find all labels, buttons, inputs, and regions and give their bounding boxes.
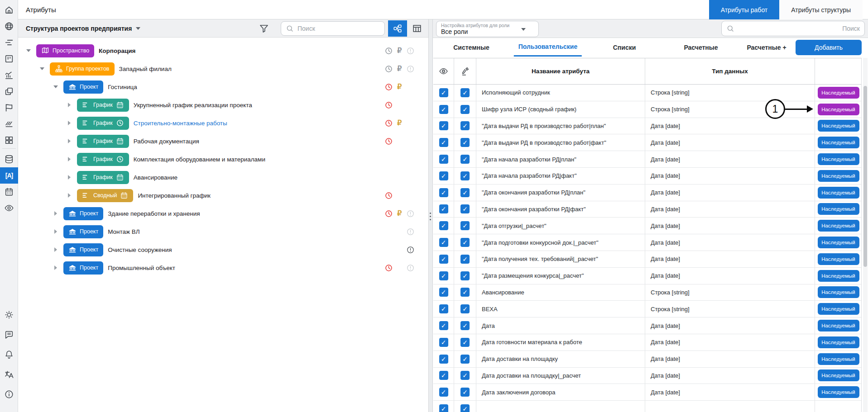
add-attribute-button[interactable]: Добавить bbox=[796, 40, 862, 55]
visibility-checkbox[interactable]: ✓ bbox=[439, 371, 448, 380]
top-tab-2[interactable]: Атрибуты структуры bbox=[779, 0, 863, 19]
attribute-name[interactable]: "Дата выдачи РД в производство работ|фак… bbox=[476, 134, 645, 151]
edit-checkbox[interactable]: ✓ bbox=[460, 105, 470, 114]
rail-database-icon[interactable] bbox=[0, 151, 18, 167]
tree-node[interactable]: ГрафикРабочая документация bbox=[18, 132, 428, 150]
attr-tab-5[interactable]: Расчетные + bbox=[742, 38, 791, 57]
edit-checkbox[interactable]: ✓ bbox=[460, 221, 470, 230]
node-name[interactable]: Строительно-монтажные работы bbox=[134, 120, 227, 127]
attr-tab-2[interactable]: Пользовательские bbox=[514, 38, 582, 57]
rail-grid-icon[interactable] bbox=[0, 132, 18, 148]
rail-chart-curve-icon[interactable] bbox=[0, 67, 18, 83]
attribute-name[interactable]: Авансирование bbox=[476, 284, 645, 301]
rail-globe-icon[interactable] bbox=[0, 18, 18, 34]
tree-search-input[interactable]: Поиск bbox=[281, 21, 385, 36]
node-name[interactable]: Корпорация bbox=[99, 47, 135, 54]
panel-splitter[interactable] bbox=[428, 19, 433, 412]
visibility-checkbox[interactable]: ✓ bbox=[439, 355, 448, 364]
rail-comments-icon[interactable] bbox=[0, 327, 18, 343]
filter-button[interactable] bbox=[259, 23, 269, 34]
visibility-checkbox[interactable]: ✓ bbox=[439, 255, 448, 264]
node-name[interactable]: Монтаж ВЛ bbox=[108, 228, 139, 235]
edit-checkbox[interactable]: ✓ bbox=[460, 138, 470, 147]
tree-node[interactable]: ГрафикКомплектация оборудованием и матер… bbox=[18, 150, 428, 168]
attribute-name[interactable]: "Дата окончания разработки РД|факт" bbox=[476, 201, 645, 218]
tree-node[interactable]: ПроектПромышленный объект bbox=[18, 259, 428, 277]
edit-checkbox[interactable]: ✓ bbox=[460, 121, 470, 130]
attr-tab-4[interactable]: Расчетные bbox=[679, 38, 722, 57]
edit-checkbox[interactable]: ✓ bbox=[460, 204, 470, 213]
tree-node[interactable]: Группа проектовЗападный филиал₽ bbox=[18, 60, 428, 78]
edit-checkbox[interactable]: ✓ bbox=[460, 288, 470, 297]
attribute-name[interactable]: Дата готовности материала к работе bbox=[476, 334, 645, 350]
rail-calendar-icon[interactable] bbox=[0, 184, 18, 200]
visibility-checkbox[interactable]: ✓ bbox=[439, 238, 448, 247]
rail-home-icon[interactable] bbox=[0, 2, 18, 18]
attribute-name[interactable]: Дата заключения договора bbox=[476, 384, 645, 400]
edit-checkbox[interactable]: ✓ bbox=[460, 338, 470, 347]
node-name[interactable]: Интегрированный график bbox=[138, 192, 211, 199]
attribute-name[interactable]: "Дата размещения конкурса|_расчет" bbox=[476, 268, 645, 284]
visibility-checkbox[interactable]: ✓ bbox=[439, 121, 448, 130]
tree-node[interactable]: ГрафикАвансирование bbox=[18, 168, 428, 186]
caret-collapsed-icon[interactable] bbox=[67, 157, 72, 161]
visibility-checkbox[interactable]: ✓ bbox=[439, 204, 448, 213]
edit-checkbox[interactable]: ✓ bbox=[460, 171, 470, 180]
table-view-toggle-button[interactable] bbox=[408, 20, 426, 37]
rail-copies-icon[interactable] bbox=[0, 83, 18, 99]
rail-hatch-icon[interactable] bbox=[0, 116, 18, 132]
rail-theme-icon[interactable] bbox=[0, 307, 18, 323]
attributes-search-input[interactable]: Поиск bbox=[721, 21, 865, 36]
visibility-checkbox[interactable]: ✓ bbox=[439, 155, 448, 164]
attribute-name[interactable]: Шифр узла ИСР (сводный график) bbox=[476, 101, 645, 118]
caret-expanded-icon[interactable] bbox=[53, 85, 58, 88]
tree-node[interactable]: ПространствоКорпорация₽ bbox=[18, 42, 428, 60]
tree-node[interactable]: ПроектМонтаж ВЛ bbox=[18, 223, 428, 241]
edit-checkbox[interactable]: ✓ bbox=[460, 371, 470, 380]
edit-checkbox[interactable]: ✓ bbox=[460, 355, 470, 364]
attr-tab-1[interactable]: Системные bbox=[449, 38, 494, 57]
rail-flag-icon[interactable] bbox=[0, 99, 18, 116]
rail-translate-icon[interactable] bbox=[0, 366, 18, 383]
attribute-name[interactable]: "Дата выдачи РД в производство работ|пла… bbox=[476, 118, 645, 134]
rail-eye-icon[interactable] bbox=[0, 200, 18, 216]
attribute-name[interactable]: Дата bbox=[476, 317, 645, 334]
edit-checkbox[interactable]: ✓ bbox=[460, 188, 470, 197]
visibility-checkbox[interactable]: ✓ bbox=[439, 138, 448, 147]
caret-collapsed-icon[interactable] bbox=[67, 121, 72, 125]
tree-view-toggle-button[interactable] bbox=[388, 20, 407, 37]
attribute-name[interactable]: "Дата подготовки конкурсной док.|_расчет… bbox=[476, 234, 645, 251]
node-name[interactable]: Укрупненный график реализации проекта bbox=[134, 102, 252, 109]
visibility-checkbox[interactable]: ✓ bbox=[439, 388, 448, 397]
rail-notifications-icon[interactable] bbox=[0, 346, 18, 363]
node-name[interactable]: Очистные сооружения bbox=[108, 246, 172, 253]
caret-collapsed-icon[interactable] bbox=[53, 229, 58, 234]
attribute-name[interactable]: ВЕХА bbox=[476, 301, 645, 317]
edit-checkbox[interactable]: ✓ bbox=[460, 388, 470, 397]
tree-node[interactable]: ГрафикСтроительно-монтажные работы₽ bbox=[18, 114, 428, 132]
structure-selector[interactable]: Структура проектов предприятия bbox=[26, 19, 140, 38]
rail-gantt-lines-icon[interactable] bbox=[0, 34, 18, 51]
caret-collapsed-icon[interactable] bbox=[53, 211, 58, 216]
caret-expanded-icon[interactable] bbox=[39, 67, 45, 70]
visibility-checkbox[interactable]: ✓ bbox=[439, 321, 448, 330]
caret-collapsed-icon[interactable] bbox=[53, 247, 58, 252]
attr-tab-3[interactable]: Списки bbox=[609, 38, 641, 57]
attribute-name[interactable]: "Дата начала разработки РД|план" bbox=[476, 151, 645, 167]
caret-collapsed-icon[interactable] bbox=[53, 265, 58, 270]
attribute-name[interactable]: "Дата окончания разработки РД|план" bbox=[476, 185, 645, 201]
visibility-checkbox[interactable]: ✓ bbox=[439, 404, 448, 412]
visibility-checkbox[interactable]: ✓ bbox=[439, 288, 448, 297]
attribute-name[interactable]: Исполняющий сотрудник bbox=[476, 85, 645, 101]
node-name[interactable]: Комплектация оборудованием и материалами bbox=[134, 156, 265, 163]
visibility-checkbox[interactable]: ✓ bbox=[439, 221, 448, 230]
node-name[interactable]: Авансирование bbox=[134, 174, 177, 181]
rail-attributes-icon[interactable]: [A] bbox=[0, 167, 18, 184]
caret-collapsed-icon[interactable] bbox=[67, 103, 72, 107]
attribute-name[interactable]: "Дата получения тех. требований|_расчет" bbox=[476, 251, 645, 267]
vertical-scrollbar[interactable] bbox=[863, 58, 868, 412]
caret-expanded-icon[interactable] bbox=[26, 49, 31, 52]
visibility-checkbox[interactable]: ✓ bbox=[439, 338, 448, 347]
tree-node[interactable]: ПроектОчистные сооружения bbox=[18, 241, 428, 259]
visibility-checkbox[interactable]: ✓ bbox=[439, 88, 448, 97]
